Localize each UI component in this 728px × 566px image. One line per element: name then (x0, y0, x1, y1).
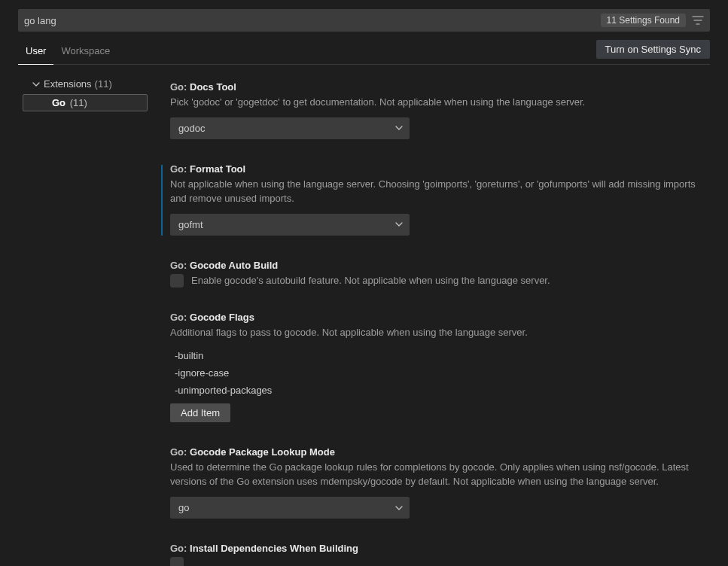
chevron-down-icon (32, 80, 41, 89)
setting-checkbox-row: Enable gocode's autobuild feature. Not a… (170, 274, 710, 288)
scope-tab-user[interactable]: User (18, 39, 53, 65)
setting-item: Go: Install Dependencies When Building (170, 534, 710, 566)
settings-list: Go: Docs ToolPick 'godoc' or 'gogetdoc' … (152, 72, 710, 566)
setting-checkbox[interactable] (170, 557, 184, 566)
setting-select-wrap: go (170, 497, 410, 519)
setting-name: Install Dependencies When Building (190, 543, 358, 554)
setting-name: Gocode Package Lookup Mode (190, 446, 335, 458)
settings-result-count-badge: 11 Settings Found (601, 14, 686, 27)
setting-name: Format Tool (190, 163, 245, 175)
setting-select[interactable]: godoc (170, 117, 410, 139)
setting-checkbox[interactable] (170, 274, 184, 288)
setting-prefix: Go: (170, 446, 187, 458)
settings-scope-tabs: User Workspace Turn on Settings Sync (18, 39, 710, 65)
setting-prefix: Go: (170, 312, 187, 323)
setting-title: Go: Install Dependencies When Building (170, 543, 710, 554)
settings-search-input[interactable] (24, 15, 601, 26)
setting-list-editor: -builtin-ignore-case-unimported-packages (170, 347, 710, 399)
toc-leaf-go[interactable]: Go (11) (23, 94, 148, 111)
setting-item: Go: Format ToolNot applicable when using… (170, 154, 710, 251)
list-item[interactable]: -builtin (170, 347, 710, 364)
setting-select[interactable]: gofmt (170, 214, 410, 236)
setting-item: Go: Gocode FlagsAdditional flags to pass… (170, 303, 710, 438)
setting-prefix: Go: (170, 543, 187, 554)
settings-toc: Extensions (11) Go (11) (18, 72, 152, 566)
list-item[interactable]: -unimported-packages (170, 382, 710, 399)
setting-name: Gocode Flags (190, 312, 254, 323)
setting-select[interactable]: go (170, 497, 410, 519)
setting-prefix: Go: (170, 260, 187, 271)
setting-title: Go: Format Tool (170, 163, 710, 175)
setting-select-wrap: godoc (170, 117, 410, 139)
filter-icon[interactable] (690, 13, 705, 28)
setting-item: Go: Gocode Package Lookup ModeUsed to de… (170, 437, 710, 534)
setting-name: Docs Tool (190, 81, 236, 93)
list-item[interactable]: -ignore-case (170, 364, 710, 382)
setting-select-wrap: gofmt (170, 214, 410, 236)
setting-checkbox-label: Enable gocode's autobuild feature. Not a… (191, 275, 550, 286)
setting-prefix: Go: (170, 163, 187, 175)
add-item-button[interactable]: Add Item (170, 403, 230, 422)
setting-description: Used to determine the Go package lookup … (170, 461, 710, 489)
setting-title: Go: Gocode Package Lookup Mode (170, 446, 710, 458)
setting-description: Additional flags to pass to gocode. Not … (170, 326, 710, 340)
toc-group-extensions[interactable]: Extensions (11) (18, 75, 152, 93)
scope-tab-workspace[interactable]: Workspace (53, 39, 117, 64)
setting-description: Not applicable when using the language s… (170, 178, 710, 206)
setting-prefix: Go: (170, 81, 187, 93)
setting-title: Go: Gocode Auto Build (170, 260, 710, 271)
setting-title: Go: Docs Tool (170, 81, 710, 93)
toc-leaf-label: Go (52, 97, 65, 108)
setting-description: Pick 'godoc' or 'gogetdoc' to get docume… (170, 96, 710, 110)
settings-search-row: 11 Settings Found (18, 9, 710, 32)
setting-checkbox-row (170, 557, 710, 566)
toc-group-label: Extensions (44, 78, 92, 90)
setting-item: Go: Gocode Auto BuildEnable gocode's aut… (170, 251, 710, 303)
turn-on-settings-sync-button[interactable]: Turn on Settings Sync (596, 40, 710, 59)
toc-leaf-count: (11) (70, 97, 87, 108)
setting-title: Go: Gocode Flags (170, 312, 710, 323)
toc-group-count: (11) (95, 78, 112, 90)
setting-name: Gocode Auto Build (190, 260, 278, 271)
setting-item: Go: Docs ToolPick 'godoc' or 'gogetdoc' … (170, 72, 710, 154)
